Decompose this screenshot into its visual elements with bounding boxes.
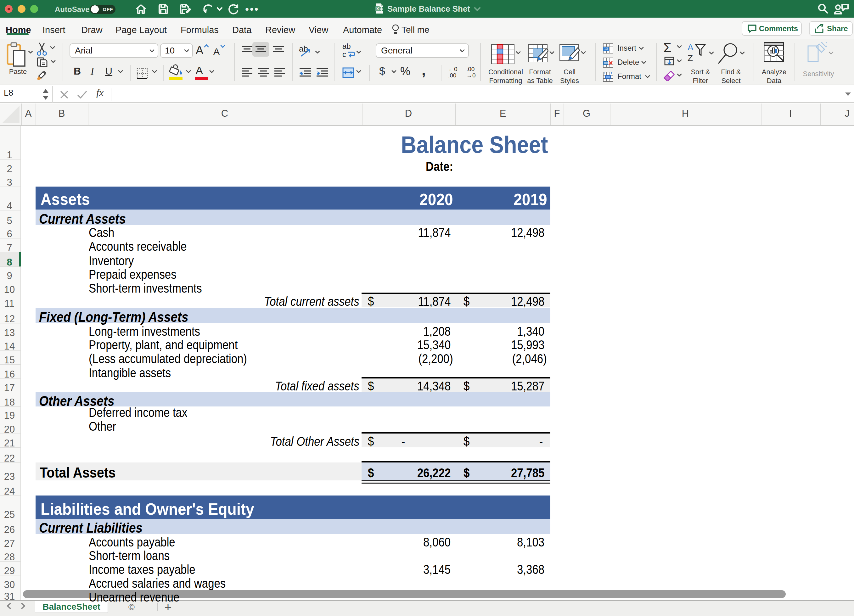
svg-text:X: X: [376, 7, 379, 11]
svg-text:A: A: [688, 43, 694, 52]
svg-text:Z: Z: [688, 53, 693, 62]
